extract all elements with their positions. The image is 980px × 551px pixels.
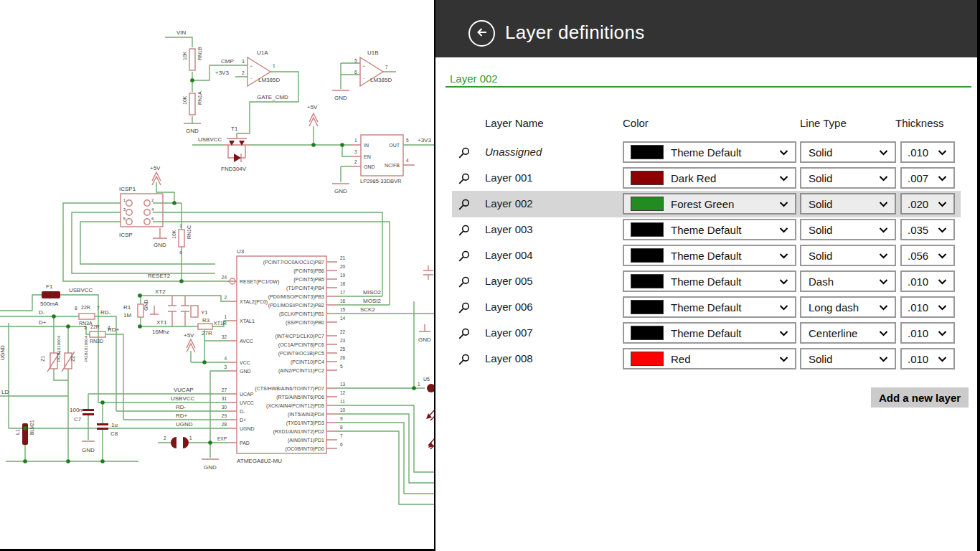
svg-text:(XCK/AIN4/PCINT12)PD5: (XCK/AIN4/PCINT12)PD5: [266, 403, 324, 409]
color-dropdown[interactable]: Red: [623, 348, 796, 369]
thickness-dropdown[interactable]: .007: [900, 167, 955, 189]
layer-definitions-panel: Layer definitions Layer 002 Layer Name C…: [435, 0, 977, 551]
color-swatch: [631, 222, 664, 237]
thickness-dropdown[interactable]: .010: [900, 141, 955, 163]
thickness-dropdown[interactable]: .010: [900, 296, 955, 318]
color-dropdown[interactable]: Theme Default: [623, 270, 796, 292]
color-name-label: Theme Default: [671, 276, 741, 288]
svg-text:28: 28: [222, 422, 227, 427]
page-title: Layer definitions: [505, 22, 644, 44]
magnifier-icon[interactable]: [458, 146, 471, 159]
svg-text:RN1A: RN1A: [197, 91, 202, 105]
thickness-dropdown[interactable]: .010: [900, 322, 955, 344]
schematic-labels: VIN10KRN1B10KRN1AGNDCMP3+3V32U1A1LM385D+…: [0, 29, 431, 471]
line-type-dropdown[interactable]: Solid: [800, 193, 896, 215]
svg-text:7: 7: [340, 433, 343, 438]
chevron-down-icon: [779, 352, 788, 365]
layer-row[interactable]: Layer 002Forest GreenSolid.020: [435, 192, 977, 217]
svg-text:Z1: Z1: [40, 356, 45, 362]
svg-text:-: -: [250, 75, 253, 81]
svg-text:22R: 22R: [90, 324, 100, 329]
thickness-dropdown[interactable]: .010: [900, 348, 955, 369]
chevron-down-icon: [879, 249, 888, 262]
svg-text:GND: GND: [240, 369, 251, 374]
color-dropdown[interactable]: Dark Red: [623, 167, 796, 189]
svg-text:(T1/PCINT4)PB4: (T1/PCINT4)PB4: [286, 286, 324, 291]
color-dropdown[interactable]: Theme Default: [623, 245, 796, 266]
layer-row[interactable]: Layer 006Theme DefaultLong dash.010: [435, 295, 977, 321]
magnifier-icon[interactable]: [458, 353, 471, 366]
svg-text:L1: L1: [15, 429, 20, 435]
svg-text:4: 4: [406, 158, 409, 163]
magnifier-icon[interactable]: [458, 224, 471, 237]
layer-row[interactable]: Layer 008RedSolid.010: [435, 347, 977, 372]
svg-text:(PCINT6)PB6: (PCINT6)PB6: [293, 268, 324, 274]
svg-text:1: 1: [418, 382, 420, 387]
chevron-down-icon: [938, 352, 947, 365]
svg-text:IN: IN: [364, 143, 369, 148]
layer-name-label: Layer 002: [485, 197, 533, 209]
layer-name-label: Layer 001: [485, 171, 533, 184]
line-type-dropdown[interactable]: Solid: [800, 245, 896, 266]
svg-text:R3: R3: [202, 317, 210, 324]
magnifier-icon[interactable]: [458, 276, 471, 288]
svg-text:EXP: EXP: [217, 436, 227, 441]
add-new-layer-button[interactable]: Add a new layer: [871, 387, 969, 408]
svg-text:14: 14: [340, 316, 346, 321]
svg-text:500mA: 500mA: [40, 301, 59, 307]
chevron-down-icon: [879, 223, 888, 236]
svg-text:3: 3: [123, 207, 126, 212]
column-header-layer-name: Layer Name: [485, 117, 544, 129]
svg-text:21: 21: [340, 255, 346, 260]
color-dropdown[interactable]: Forest Green: [623, 193, 796, 215]
svg-text:10K: 10K: [182, 95, 187, 105]
thickness-dropdown[interactable]: .035: [900, 219, 955, 240]
magnifier-icon[interactable]: [458, 172, 471, 185]
layer-row[interactable]: Layer 001Dark RedSolid.007: [435, 166, 977, 192]
svg-text:(PCINT9/OC1B)PC5: (PCINT9/OC1B)PC5: [278, 351, 324, 357]
svg-text:Z2: Z2: [70, 356, 75, 362]
layer-row[interactable]: Layer 003Theme DefaultSolid.035: [435, 217, 977, 243]
back-button[interactable]: [468, 20, 495, 47]
svg-text:D-: D-: [240, 409, 245, 414]
svg-text:GND: GND: [154, 242, 166, 248]
svg-text:6: 6: [340, 442, 343, 447]
svg-text:ICSP1: ICSP1: [119, 186, 136, 192]
svg-text:LM385D: LM385D: [258, 77, 280, 83]
magnifier-icon[interactable]: [458, 250, 471, 263]
line-type-dropdown[interactable]: Solid: [800, 348, 896, 369]
color-dropdown[interactable]: Theme Default: [623, 219, 796, 240]
svg-text:29: 29: [222, 413, 227, 418]
layer-row[interactable]: UnassignedTheme DefaultSolid.010: [435, 140, 977, 166]
chevron-down-icon: [779, 249, 788, 262]
layer-name-label: Layer 007: [485, 326, 533, 339]
thickness-dropdown[interactable]: .056: [900, 245, 955, 266]
magnifier-icon[interactable]: [458, 301, 471, 314]
chevron-down-icon: [879, 301, 888, 314]
line-type-dropdown[interactable]: Solid: [800, 219, 896, 240]
magnifier-icon[interactable]: [458, 327, 471, 340]
layer-row[interactable]: Layer 007Theme DefaultCenterline.010: [435, 321, 977, 347]
line-type-dropdown[interactable]: Solid: [800, 167, 896, 189]
svg-text:SCK2: SCK2: [360, 306, 375, 313]
layer-row[interactable]: Layer 004Theme DefaultSolid.056: [435, 243, 977, 269]
thickness-dropdown[interactable]: .010: [900, 270, 955, 292]
magnifier-icon[interactable]: [458, 198, 471, 211]
thickness-label: .010: [908, 146, 928, 159]
thickness-dropdown[interactable]: .020: [900, 193, 955, 215]
svg-text:(PCINT5)PB5: (PCINT5)PB5: [293, 277, 324, 283]
svg-text:XT1R: XT1R: [214, 321, 227, 326]
schematic-canvas[interactable]: VIN10KRN1B10KRN1AGNDCMP3+3V32U1A1LM385D+…: [0, 0, 435, 551]
color-name-label: Red: [671, 353, 691, 365]
line-type-label: Solid: [809, 146, 832, 159]
svg-text:D+: D+: [39, 319, 47, 326]
line-type-dropdown[interactable]: Long dash: [800, 296, 896, 318]
layer-row[interactable]: Layer 005Theme DefaultDash.010: [435, 269, 977, 295]
color-dropdown[interactable]: Theme Default: [623, 322, 796, 344]
color-dropdown[interactable]: Theme Default: [623, 141, 796, 163]
line-type-dropdown[interactable]: Solid: [800, 141, 896, 163]
line-type-dropdown[interactable]: Dash: [800, 270, 896, 292]
line-type-dropdown[interactable]: Centerline: [800, 322, 896, 344]
svg-text:+: +: [362, 64, 365, 69]
color-dropdown[interactable]: Theme Default: [623, 296, 796, 318]
